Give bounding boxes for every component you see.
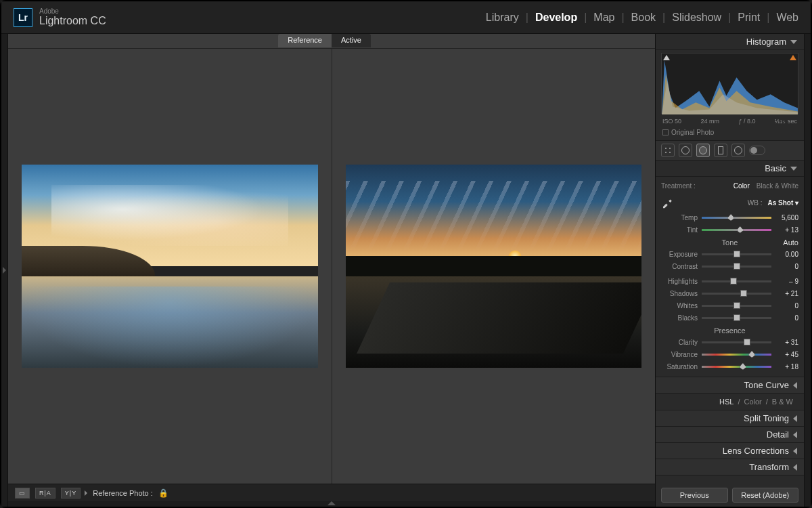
slider-saturation[interactable]: Saturation+ 18: [661, 360, 798, 373]
slider-label: Highlights: [661, 278, 698, 285]
left-panel-collapsed[interactable]: [1, 34, 8, 507]
eyedropper-icon[interactable]: [661, 196, 673, 209]
detail-title: Detail: [767, 429, 789, 440]
slider-thumb[interactable]: [734, 251, 740, 257]
reference-view[interactable]: [8, 49, 332, 484]
slider-contrast[interactable]: Contrast0: [661, 260, 798, 272]
transform-header[interactable]: Transform: [656, 459, 804, 475]
brand-product: Lightroom CC: [39, 15, 106, 27]
crop-tool[interactable]: [661, 144, 675, 157]
radial-tool[interactable]: [731, 144, 745, 157]
slider-track[interactable]: [702, 363, 771, 370]
slider-value[interactable]: + 13: [775, 226, 798, 234]
auto-tone-button[interactable]: Auto: [783, 238, 798, 247]
slider-track[interactable]: [702, 339, 771, 345]
module-map[interactable]: Map: [593, 12, 614, 24]
slider-thumb[interactable]: [748, 351, 755, 358]
view-mode-ra-button[interactable]: R|A: [35, 488, 55, 499]
slider-track[interactable]: [702, 314, 771, 321]
slider-tint[interactable]: Tint+ 13: [661, 224, 798, 236]
treatment-label: Treatment :: [661, 182, 696, 190]
bw-label: B & W: [772, 398, 793, 406]
slider-track[interactable]: [702, 214, 771, 221]
slider-thumb[interactable]: [740, 290, 747, 297]
module-print[interactable]: Print: [738, 12, 760, 24]
lens-title: Lens Corrections: [723, 446, 789, 456]
redeye-tool[interactable]: [696, 144, 710, 157]
filmstrip-collapsed[interactable]: [8, 501, 655, 507]
slider-vibrance[interactable]: Vibrance+ 45: [661, 348, 798, 360]
slider-highlights[interactable]: Highlights– 9: [661, 275, 798, 287]
module-slideshow[interactable]: Slideshow: [672, 12, 721, 24]
slider-value[interactable]: + 18: [775, 363, 798, 371]
slider-track[interactable]: [702, 226, 771, 233]
original-photo-toggle[interactable]: Original Photo: [656, 127, 804, 140]
chevron-down-icon: [790, 167, 797, 171]
slider-thumb[interactable]: [737, 226, 744, 233]
module-develop[interactable]: Develop: [535, 12, 577, 24]
slider-value[interactable]: + 45: [775, 351, 798, 358]
view-mode-yy-button[interactable]: Y|Y: [61, 488, 81, 499]
slider-whites[interactable]: Whites0: [661, 299, 798, 312]
slider-label: Blacks: [661, 314, 698, 322]
slider-track[interactable]: [702, 290, 771, 297]
slider-value[interactable]: + 31: [775, 339, 798, 346]
splittoning-header[interactable]: Split Toning: [656, 410, 804, 427]
slider-value[interactable]: – 9: [775, 278, 798, 285]
slider-track[interactable]: [702, 302, 771, 309]
right-scrollbar[interactable]: [804, 34, 811, 507]
view-mode-menu-icon[interactable]: [85, 490, 87, 496]
wb-value[interactable]: As Shot ▾: [767, 199, 798, 207]
presence-subheader: Presence: [661, 326, 798, 335]
treatment-color[interactable]: Color: [734, 182, 750, 190]
histogram-header[interactable]: Histogram: [656, 34, 804, 50]
active-tab[interactable]: Active: [332, 34, 371, 47]
tonecurve-header[interactable]: Tone Curve: [656, 377, 804, 394]
slider-shadows[interactable]: Shadows+ 21: [661, 287, 798, 299]
slider-value[interactable]: 0: [775, 263, 798, 270]
slider-track[interactable]: [702, 251, 771, 257]
active-view[interactable]: [332, 49, 656, 484]
slider-value[interactable]: 5,600: [775, 214, 798, 221]
reference-tab[interactable]: Reference: [278, 34, 332, 47]
slider-clarity[interactable]: Clarity+ 31: [661, 336, 798, 348]
slider-thumb[interactable]: [740, 363, 746, 370]
slider-value[interactable]: 0: [775, 314, 798, 322]
lens-header[interactable]: Lens Corrections: [656, 443, 804, 459]
treatment-bw[interactable]: Black & White: [757, 182, 798, 190]
slider-value[interactable]: + 21: [775, 290, 798, 297]
slider-thumb[interactable]: [734, 314, 740, 321]
slider-track[interactable]: [702, 351, 771, 358]
slider-thumb[interactable]: [734, 302, 740, 309]
panel-switch[interactable]: [749, 146, 765, 155]
slider-temp[interactable]: Temp5,600: [661, 211, 798, 224]
slider-thumb[interactable]: [730, 278, 737, 284]
slider-track[interactable]: [702, 263, 771, 270]
histogram[interactable]: [661, 53, 798, 114]
module-book[interactable]: Book: [631, 12, 656, 24]
slider-exposure[interactable]: Exposure0.00: [661, 248, 798, 260]
basic-header[interactable]: Basic: [656, 161, 804, 177]
meta-iso: ISO 50: [662, 118, 681, 125]
module-web[interactable]: Web: [776, 12, 798, 24]
hsl-header[interactable]: HSL / Color / B & W: [656, 394, 804, 410]
wb-row: WB : As Shot ▾: [661, 194, 798, 211]
previous-button[interactable]: Previous: [661, 488, 728, 503]
tool-strip: [656, 140, 804, 161]
module-library[interactable]: Library: [486, 12, 519, 24]
slider-thumb[interactable]: [727, 214, 734, 221]
histogram-meta: ISO 50 24 mm ƒ / 8.0 ¹⁄₁₂₅ sec: [656, 117, 804, 127]
slider-value[interactable]: 0.00: [775, 251, 798, 258]
slider-value[interactable]: 0: [775, 302, 798, 310]
slider-thumb[interactable]: [744, 339, 750, 345]
slider-blacks[interactable]: Blacks0: [661, 312, 798, 324]
detail-header[interactable]: Detail: [656, 427, 804, 443]
reset-button[interactable]: Reset (Adobe): [732, 488, 799, 503]
slider-thumb[interactable]: [734, 263, 740, 270]
spot-tool[interactable]: [679, 144, 692, 157]
graduated-tool[interactable]: [714, 144, 727, 157]
lock-icon[interactable]: 🔒: [158, 488, 168, 498]
chevron-left-icon: [793, 448, 797, 454]
slider-track[interactable]: [702, 278, 771, 284]
view-mode-loupe-button[interactable]: ▭: [15, 488, 30, 499]
